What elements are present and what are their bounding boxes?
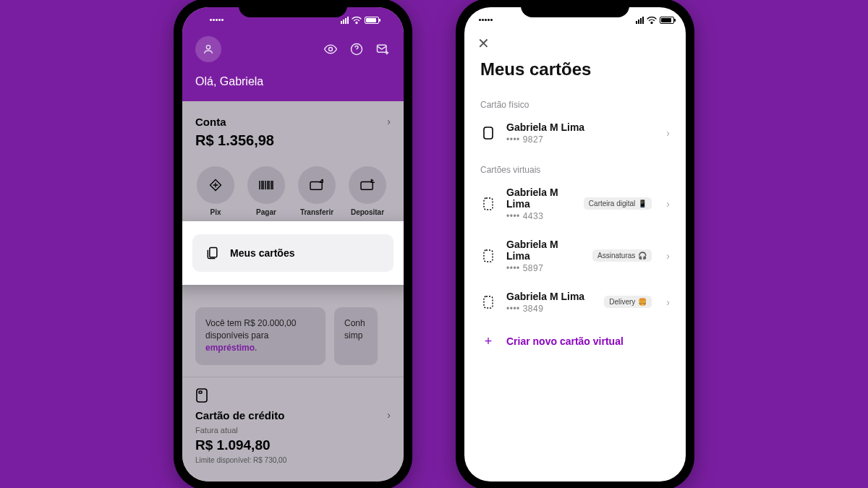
tip-text: simp [344, 330, 362, 341]
page-title: Meus cartões [464, 52, 686, 95]
card-tag: Assinaturas 🎧 [592, 249, 652, 262]
signal-icon [636, 17, 644, 24]
action-label: Pix [210, 208, 221, 216]
user-icon [203, 43, 214, 55]
quick-actions: Pix Pagar Transferir Depositar [182, 156, 404, 221]
plus-icon: + [480, 334, 496, 349]
credit-sub: Fatura atual [195, 426, 391, 435]
invite-button[interactable] [375, 41, 391, 57]
svg-rect-6 [210, 247, 217, 257]
chevron-right-icon: › [666, 296, 670, 308]
credit-amount: R$ 1.094,80 [195, 437, 391, 453]
my-cards-label: Meus cartões [230, 247, 294, 259]
credit-limit: Limite disponível: R$ 730,00 [195, 456, 391, 464]
svg-rect-9 [484, 127, 493, 139]
svg-rect-8 [199, 391, 202, 393]
chevron-right-icon: › [666, 127, 670, 139]
action-transfer[interactable]: Transferir [297, 166, 337, 216]
tip-text: Conh [344, 318, 365, 328]
card-last4: •••• 9827 [506, 134, 652, 145]
svg-rect-11 [484, 250, 493, 262]
action-label: Depositar [351, 208, 384, 216]
signal-icon [341, 17, 349, 24]
chevron-right-icon: › [666, 198, 670, 210]
virtual-card-row[interactable]: Gabriela M Lima •••• 5897 Assinaturas 🎧 … [464, 230, 686, 282]
card-tag: Carteira digital 📱 [584, 197, 652, 210]
tip-text: . [255, 343, 257, 353]
transfer-out-icon [309, 179, 325, 192]
credit-card-section[interactable]: Cartão de crédito › Fatura atual R$ 1.09… [182, 377, 404, 464]
tip-partial[interactable]: Conh simp [334, 307, 378, 365]
notch [239, 0, 347, 17]
chevron-right-icon: › [387, 116, 391, 127]
create-label: Criar novo cartão virtual [506, 335, 624, 347]
credit-title: Cartão de crédito [195, 409, 284, 421]
svg-rect-12 [484, 296, 493, 308]
action-label: Pagar [256, 208, 276, 216]
wifi-icon [647, 17, 657, 24]
account-balance: R$ 1.356,98 [195, 132, 391, 149]
tip-text: disponíveis para [205, 330, 268, 341]
battery-icon [660, 17, 674, 24]
my-cards-button[interactable]: Meus cartões [182, 221, 404, 285]
battery-icon [365, 17, 379, 24]
profile-button[interactable] [195, 36, 221, 62]
notch [521, 0, 629, 17]
card-last4: •••• 5897 [506, 263, 582, 273]
card-name: Gabriela M Lima [506, 187, 574, 210]
mail-plus-icon [375, 42, 390, 56]
tip-loan[interactable]: Você tem R$ 20.000,00 disponíveis para e… [195, 307, 326, 365]
chevron-right-icon: › [666, 250, 670, 262]
create-virtual-card-button[interactable]: + Criar novo cartão virtual [464, 322, 686, 361]
action-pay[interactable]: Pagar [246, 166, 286, 216]
eye-icon [323, 42, 338, 56]
card-last4: •••• 4433 [506, 211, 574, 221]
card-dashed-icon [482, 295, 494, 309]
action-pix[interactable]: Pix [195, 166, 236, 216]
section-virtual: Cartões virtuais [464, 160, 686, 178]
section-physical: Cartão físico [464, 95, 686, 113]
phone-home: Olá, Gabriela Conta › R$ 1.356,98 Pix [174, 0, 412, 488]
physical-card-row[interactable]: Gabriela M Lima •••• 9827 › [464, 113, 686, 153]
chevron-right-icon: › [387, 409, 391, 421]
account-label: Conta [195, 116, 226, 128]
card-icon [195, 388, 208, 403]
transfer-in-icon [359, 179, 375, 192]
action-label: Transferir [300, 208, 333, 216]
svg-rect-10 [484, 198, 493, 210]
help-icon [349, 42, 364, 56]
svg-point-1 [329, 47, 333, 51]
card-name: Gabriela M Lima [506, 121, 652, 133]
virtual-card-row[interactable]: Gabriela M Lima •••• 4433 Carteira digit… [464, 178, 686, 230]
action-deposit[interactable]: Depositar [347, 166, 388, 216]
cards-stack-icon [205, 246, 220, 260]
card-tag: Delivery 🍔 [604, 296, 652, 308]
card-name: Gabriela M Lima [506, 291, 594, 302]
virtual-card-row[interactable]: Gabriela M Lima •••• 3849 Delivery 🍔 › [464, 282, 686, 322]
barcode-icon [259, 180, 273, 190]
svg-point-0 [206, 45, 210, 48]
tip-text: Você tem R$ 20.000,00 [205, 318, 296, 328]
close-button[interactable]: ✕ [477, 35, 490, 51]
greeting: Olá, Gabriela [195, 75, 391, 88]
phone-cards: ✕ Meus cartões Cartão físico Gabriela M … [456, 0, 694, 488]
card-name: Gabriela M Lima [506, 239, 582, 262]
tip-emphasis: empréstimo [205, 343, 255, 353]
pix-icon [208, 178, 223, 192]
wifi-icon [352, 17, 362, 24]
help-button[interactable] [349, 41, 365, 57]
card-dashed-icon [482, 249, 494, 263]
card-last4: •••• 3849 [506, 304, 594, 314]
card-solid-icon [482, 126, 494, 140]
visibility-toggle[interactable] [323, 41, 339, 57]
account-section[interactable]: Conta › R$ 1.356,98 [182, 111, 404, 156]
card-dashed-icon [482, 197, 494, 211]
